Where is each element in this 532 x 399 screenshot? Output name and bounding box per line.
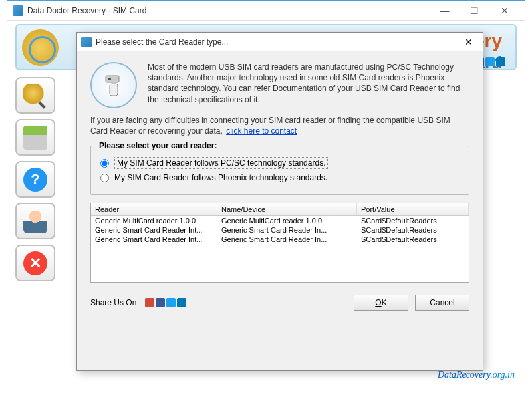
share-icons [145,298,186,307]
radio-phoenix-label: My SIM Card Reader follows Phoenix techn… [114,173,327,182]
cell: SCard$DefaultReaders [357,235,469,244]
close-button[interactable]: ✕ [489,1,519,20]
sidebar-recover-button[interactable] [15,119,55,156]
cell: SCard$DefaultReaders [357,225,469,235]
twitter-icon[interactable] [485,57,495,66]
svg-rect-1 [108,78,111,80]
info-extra: If you are facing any difficulties in co… [90,115,469,136]
help-icon: ? [23,168,47,192]
table-header: Reader Name/Device Port/Value [91,203,469,216]
share-icon[interactable] [177,298,186,307]
dialog-title: Please select the Card Reader type... [96,37,459,47]
cell: Generic Smart Card Reader Int... [91,235,217,244]
drive-icon [23,126,47,150]
share-label: Share Us On : [90,298,141,307]
card-reader-fieldset: Please select your card reader: My SIM C… [90,146,469,195]
svg-rect-2 [110,84,118,96]
footer-link[interactable]: DataRecovery.org.in [438,370,515,380]
fieldset-legend: Please select your card reader: [96,141,219,150]
radio-pcsc-label: My SIM Card Reader follows PC/SC technol… [114,157,328,169]
dialog-close-button[interactable]: ✕ [459,34,479,50]
reader-table[interactable]: Reader Name/Device Port/Value Generic Mu… [90,203,469,283]
radio-pcsc[interactable]: My SIM Card Reader follows PC/SC technol… [100,157,460,169]
main-titlebar: Data Doctor Recovery - SIM Card — ☐ ✕ [7,1,525,21]
maximize-button[interactable]: ☐ [460,1,489,20]
cell: Generic Smart Card Reader In... [217,225,357,235]
cell: SCard$DefaultReaders [357,216,469,225]
share-icon[interactable] [496,57,505,66]
footer-link-part1: DataRecovery [438,370,490,380]
twitter-icon[interactable] [166,298,176,307]
search-icon [23,84,47,108]
cell: Generic MultiCard reader 1.0 0 [91,216,217,225]
table-row[interactable]: Generic MultiCard reader 1.0 0 Generic M… [91,216,469,225]
card-reader-dialog: Please select the Card Reader type... ✕ … [76,32,483,371]
user-icon [23,209,47,233]
dialog-titlebar: Please select the Card Reader type... ✕ [77,33,483,51]
sidebar-exit-button[interactable]: ✕ [15,245,55,281]
contact-link[interactable]: click here to contact [225,126,298,136]
col-reader[interactable]: Reader [91,203,217,215]
facebook-icon[interactable] [156,298,165,307]
cell: Generic MultiCard reader 1.0 0 [217,216,357,225]
col-name[interactable]: Name/Device [217,203,357,215]
cancel-button[interactable]: Cancel [415,295,469,311]
radio-phoenix-input[interactable] [100,174,109,182]
google-plus-icon[interactable] [145,298,154,307]
sidebar: ? ✕ [15,77,59,281]
table-row[interactable]: Generic Smart Card Reader Int... Generic… [91,235,469,244]
svg-rect-0 [106,76,119,82]
sidebar-about-button[interactable] [15,203,55,239]
usb-reader-icon [90,62,137,108]
cell: Generic Smart Card Reader In... [217,235,357,244]
ok-button[interactable]: OK [354,295,408,311]
main-title: Data Doctor Recovery - SIM Card [27,6,430,15]
col-port[interactable]: Port/Value [357,203,469,215]
footer-link-part2: .org.in [490,370,515,380]
minimize-button[interactable]: — [430,1,460,20]
cell: Generic Smart Card Reader Int... [91,225,217,235]
table-row[interactable]: Generic Smart Card Reader Int... Generic… [91,225,469,235]
magnifier-sim-icon [22,29,59,66]
radio-phoenix[interactable]: My SIM Card Reader follows Phoenix techn… [100,173,460,182]
close-icon: ✕ [23,251,47,275]
sidebar-search-button[interactable] [15,77,55,114]
dialog-icon [81,37,92,47]
info-text: Most of the modern USB SIM card readers … [148,62,469,108]
sidebar-help-button[interactable]: ? [15,161,55,198]
radio-pcsc-input[interactable] [100,159,109,168]
app-icon [13,5,23,16]
